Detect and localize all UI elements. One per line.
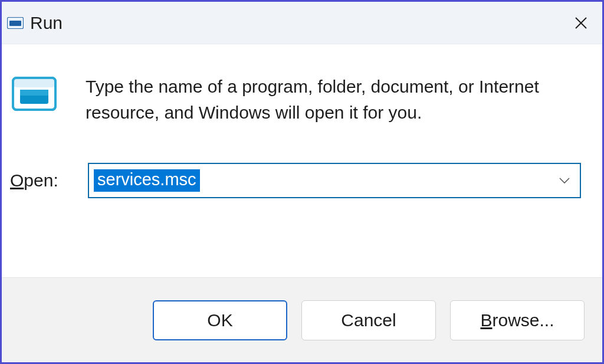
window-title: Run <box>30 13 567 33</box>
close-icon <box>575 17 587 29</box>
open-combobox[interactable]: services.msc <box>88 163 581 198</box>
chevron-down-icon[interactable] <box>556 172 573 189</box>
run-dialog: Run Type the name of a program, folder, … <box>0 0 604 364</box>
content-area: Type the name of a program, folder, docu… <box>2 44 602 277</box>
ok-button-label: OK <box>207 310 232 330</box>
open-input-value[interactable]: services.msc <box>94 169 200 192</box>
description-text: Type the name of a program, folder, docu… <box>86 74 581 125</box>
browse-button[interactable]: Browse... <box>450 300 585 340</box>
open-label: Open: <box>9 170 88 191</box>
svg-rect-8 <box>20 90 48 96</box>
browse-button-label: Browse... <box>480 310 554 330</box>
ok-button[interactable]: OK <box>153 300 287 340</box>
close-button[interactable] <box>567 9 595 37</box>
run-icon-large <box>11 75 57 113</box>
run-icon-small <box>6 17 24 29</box>
svg-rect-1 <box>9 21 21 26</box>
cancel-button[interactable]: Cancel <box>301 300 436 340</box>
description-row: Type the name of a program, folder, docu… <box>9 74 581 125</box>
svg-rect-5 <box>13 78 55 87</box>
button-bar: OK Cancel Browse... <box>2 277 602 362</box>
titlebar: Run <box>2 2 602 44</box>
cancel-button-label: Cancel <box>341 310 396 330</box>
open-row: Open: services.msc <box>9 163 581 198</box>
